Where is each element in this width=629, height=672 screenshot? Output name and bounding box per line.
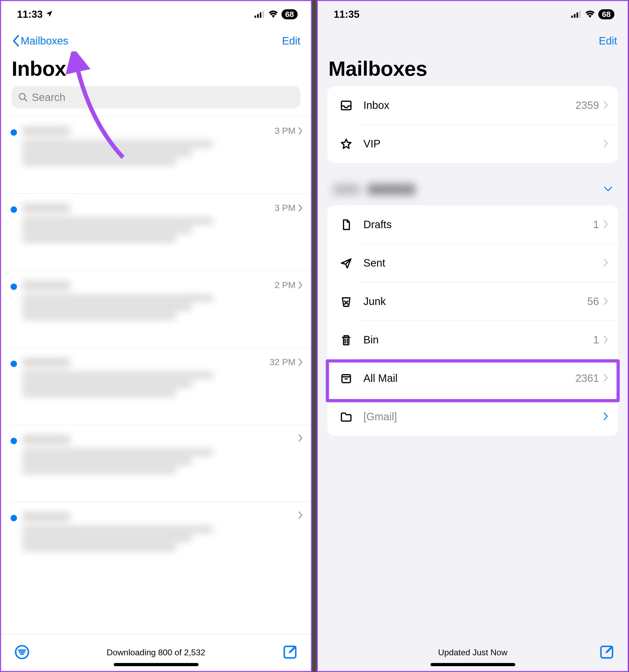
status-bar: 11:33 68 (1, 1, 311, 28)
svg-rect-8 (574, 14, 576, 18)
unread-dot-icon (10, 438, 17, 444)
chevron-right-icon (603, 258, 609, 268)
unread-dot-icon (10, 284, 17, 290)
chevron-right-icon (603, 335, 609, 345)
mailbox-row-vip[interactable]: VIP (327, 124, 618, 163)
message-time: 2 PM (275, 280, 296, 290)
chevron-down-icon (604, 186, 612, 193)
mailbox-row-sent[interactable]: Sent (327, 244, 618, 282)
mailbox-count: 1 (593, 334, 599, 346)
svg-rect-1 (257, 14, 259, 18)
cellular-icon (254, 9, 265, 20)
sync-status: Downloading 800 of 2,532 (30, 648, 282, 657)
nav-bar: Mailboxes Edit (1, 28, 311, 54)
svg-rect-9 (577, 13, 578, 18)
message-preview-redacted (22, 279, 303, 340)
svg-rect-0 (254, 16, 256, 18)
chevron-right-icon (603, 374, 609, 383)
search-placeholder: Search (32, 91, 66, 103)
chevron-right-icon (603, 297, 609, 306)
message-row[interactable] (11, 425, 311, 502)
mailbox-count: 1 (593, 219, 599, 231)
box-icon (337, 372, 355, 385)
edit-button[interactable]: Edit (282, 35, 300, 47)
message-preview-redacted (22, 356, 303, 417)
filter-button[interactable] (14, 644, 30, 661)
wifi-icon (585, 9, 595, 20)
mailbox-count: 56 (587, 295, 599, 307)
search-input[interactable]: Search (11, 86, 300, 109)
message-row[interactable] (11, 502, 311, 579)
annotation-arrow (62, 51, 131, 163)
mailbox-count: 2359 (576, 99, 599, 111)
chevron-right-icon (603, 101, 609, 110)
mailbox-label: Drafts (355, 219, 593, 231)
mailbox-label: Inbox (355, 99, 576, 111)
mailbox-row-inbox[interactable]: Inbox 2359 (327, 86, 618, 124)
mailbox-label: Sent (355, 257, 603, 269)
mailbox-group-primary: Inbox 2359 VIP (327, 86, 618, 163)
message-row[interactable]: 2 PM (11, 270, 311, 347)
sync-status: Updated Just Now (346, 648, 599, 657)
nav-bar: Edit (318, 28, 628, 54)
message-row[interactable]: 3 PM (11, 193, 311, 270)
chevron-right-icon (298, 511, 303, 519)
chevron-left-icon (11, 34, 20, 47)
mailbox-label: VIP (355, 138, 603, 150)
back-label: Mailboxes (21, 35, 68, 47)
chevron-right-icon (298, 127, 303, 135)
mailbox-group-account: Drafts 1 Sent Junk 56 Bin 1 All (327, 206, 618, 436)
mailbox-label: All Mail (355, 372, 576, 384)
junk-icon (337, 295, 355, 308)
page-title: Mailboxes (318, 54, 628, 86)
mailboxes-screen: 11:35 68 Edit Mailboxes Inbox 2359 VIP (317, 0, 629, 672)
mailbox-count: 2361 (576, 372, 599, 384)
account-header[interactable] (318, 173, 628, 206)
cellular-icon (571, 9, 582, 20)
trash-icon (337, 334, 355, 346)
folder-icon (337, 410, 355, 423)
mailbox-row-junk[interactable]: Junk 56 (327, 282, 618, 321)
status-time: 11:33 (17, 9, 43, 20)
mailbox-row-bin[interactable]: Bin 1 (327, 321, 618, 359)
svg-rect-2 (260, 13, 261, 18)
mailbox-label: [Gmail] (355, 411, 603, 423)
search-icon (18, 92, 28, 102)
message-time: 3 PM (275, 203, 296, 213)
tray-icon (337, 99, 355, 112)
chevron-right-icon (298, 204, 303, 212)
compose-button[interactable] (599, 644, 614, 661)
chevron-right-icon (298, 281, 303, 289)
message-row[interactable]: 32 PM (11, 347, 311, 425)
message-time: 32 PM (270, 357, 296, 367)
back-button[interactable]: Mailboxes (11, 34, 68, 47)
message-list[interactable]: 3 PM 3 PM 2 PM (1, 114, 311, 634)
compose-button[interactable] (282, 644, 298, 661)
status-bar: 11:35 68 (318, 1, 628, 28)
wifi-icon (268, 9, 278, 20)
inbox-screen: 11:33 68 Mailboxes Edit Inbox Search (0, 0, 312, 672)
svg-rect-7 (571, 16, 573, 18)
unread-dot-icon (10, 207, 17, 213)
chevron-right-icon (603, 220, 609, 230)
mailbox-row--gmail-[interactable]: [Gmail] (327, 398, 618, 436)
account-name-redacted (333, 184, 415, 195)
mailbox-label: Bin (355, 334, 593, 346)
battery-indicator: 68 (281, 9, 298, 19)
message-preview-redacted (22, 510, 303, 571)
home-indicator[interactable] (114, 663, 199, 666)
home-indicator[interactable] (430, 663, 515, 666)
location-icon (45, 9, 53, 20)
message-preview-redacted (22, 433, 303, 494)
message-preview-redacted (22, 202, 303, 263)
edit-button[interactable]: Edit (599, 35, 617, 47)
mailbox-row-drafts[interactable]: Drafts 1 (327, 206, 618, 244)
unread-dot-icon (10, 515, 17, 521)
svg-rect-10 (579, 11, 581, 18)
status-time: 11:35 (334, 9, 359, 20)
chevron-right-icon (298, 358, 303, 366)
chevron-right-icon (603, 412, 609, 422)
mailbox-row-all-mail[interactable]: All Mail 2361 (327, 359, 618, 398)
message-row[interactable]: 3 PM (11, 116, 311, 193)
mailbox-label: Junk (355, 295, 587, 307)
